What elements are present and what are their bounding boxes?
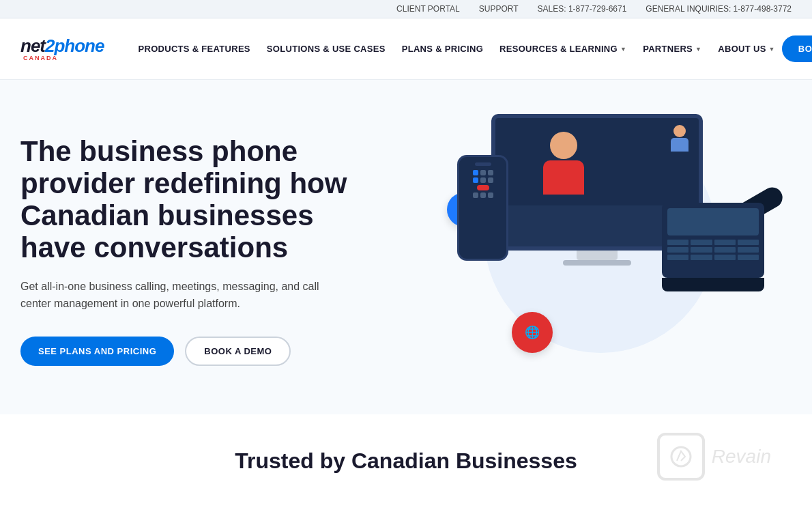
phone-dot [488,192,493,198]
phone-dot [480,192,486,198]
person-head [550,132,577,159]
header: net2phone CANADA PRODUCTS & FEATURES SOL… [0,18,812,80]
small-person-in-monitor [671,125,688,152]
client-portal-link[interactable]: CLIENT PORTAL [396,4,460,14]
hero-section: The business phone provider redefining h… [0,80,812,414]
person-shirt [543,160,584,195]
desk-key [691,247,712,253]
phone-row-2 [473,177,493,183]
desk-key [667,255,688,260]
phone-row-3 [477,185,489,190]
phone-dot [488,177,493,183]
small-head [673,125,686,137]
desk-phone-base [662,278,764,291]
hero-text-block: The business phone provider redefining h… [20,135,375,367]
desk-key [691,255,712,260]
main-nav: PRODUCTS & FEATURES SOLUTIONS & USE CASE… [131,38,781,59]
svg-point-0 [671,447,691,466]
hero-subtitle: Get all-in-one business calling, meeting… [20,279,321,313]
desk-key [714,247,736,253]
support-link[interactable]: SUPPORT [479,4,519,14]
desk-key [714,255,736,260]
chevron-down-icon: ▼ [620,46,626,53]
phone-dot [473,170,478,175]
desk-key [667,247,688,253]
phone-dot [473,177,478,183]
hero-illustration: ✉ 🌐 [444,100,771,394]
revain-icon [657,433,705,481]
phone-dot [488,170,493,175]
globe-float-icon: 🌐 [512,312,553,353]
hero-book-demo-button[interactable]: BOOK A DEMO [185,337,291,366]
nav-partners[interactable]: PARTNERS ▼ [636,38,708,59]
phone-dot [480,170,486,175]
phone-row-4 [473,192,493,198]
nav-resources-learning[interactable]: RESOURCES & LEARNING ▼ [493,38,633,59]
see-plans-pricing-button[interactable]: SEE PLANS AND PRICING [20,337,174,366]
logo-text: net2phone [20,37,104,55]
desk-key [714,240,736,245]
top-bar: CLIENT PORTAL SUPPORT SALES: 1-877-729-6… [0,0,812,18]
header-book-demo-button[interactable]: BOOK A DEMO [782,35,812,62]
desk-phone-device [662,203,771,312]
person-in-monitor [543,132,584,195]
desk-key [691,240,712,245]
phone-dot [473,192,478,198]
logo-canada: CANADA [23,55,104,61]
desk-phone-keys [667,240,759,260]
smartphone-device [457,155,508,261]
nav-products-features[interactable]: PRODUCTS & FEATURES [131,38,257,59]
desk-phone-body [662,203,764,278]
inquiries-link[interactable]: GENERAL INQUIRIES: 1-877-498-3772 [646,4,792,14]
chevron-down-icon: ▼ [769,46,775,53]
chevron-down-icon: ▼ [695,46,701,53]
nav-about-us[interactable]: ABOUT US ▼ [711,38,782,59]
small-shirt [671,138,688,152]
hero-title: The business phone provider redefining h… [20,135,375,263]
desk-key [738,255,759,260]
monitor-base [577,251,618,260]
desk-key [667,240,688,245]
desk-phone-screen [667,208,759,235]
phone-end-call-dot [477,185,489,190]
sales-link[interactable]: SALES: 1-877-729-6671 [538,4,627,14]
logo[interactable]: net2phone CANADA [20,37,104,61]
desk-key [738,240,759,245]
nav-solutions-use-cases[interactable]: SOLUTIONS & USE CASES [260,38,392,59]
phone-notch [475,162,491,166]
desk-key [738,247,759,253]
trusted-section: Trusted by Canadian Businesses Revain [0,414,812,487]
monitor-stand [563,260,631,266]
revain-text: Revain [712,446,771,468]
phone-dot [480,177,486,183]
hero-cta-buttons: SEE PLANS AND PRICING BOOK A DEMO [20,337,375,366]
revain-watermark: Revain [657,433,771,481]
nav-plans-pricing[interactable]: PLANS & PRICING [395,38,490,59]
phone-row-1 [473,170,493,175]
